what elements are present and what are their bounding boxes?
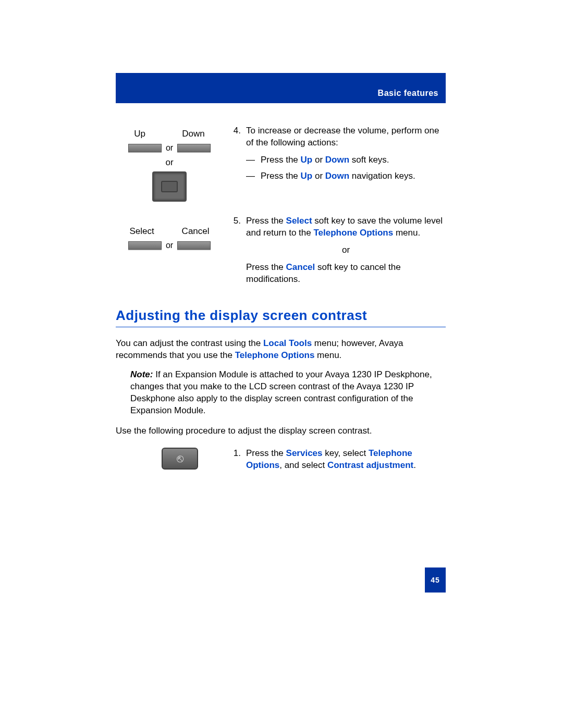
note-block: Note: If an Expansion Module is attached… <box>130 369 446 417</box>
nav-pad-wrap <box>116 171 223 202</box>
services-key-col: ⎋ <box>116 448 223 470</box>
softkey-icon <box>177 241 211 250</box>
step-4-graphic-col: Up Down or or <box>116 125 223 202</box>
step-5: Select Cancel or 5. Press the Select sof… <box>116 215 446 286</box>
softkey-icon <box>177 144 211 152</box>
select-label: Select <box>129 226 154 238</box>
procedure-intro: Use the following procedure to adjust th… <box>116 425 446 437</box>
step-5-text-col: 5. Press the Select soft key to save the… <box>223 215 446 286</box>
bullet-text: Press the Up or Down navigation keys. <box>261 170 415 182</box>
proc-step-1: ⎋ 1. Press the Services key, select Tele… <box>116 448 446 472</box>
header-section-label: Basic features <box>378 88 438 99</box>
intro-paragraph: You can adjust the contrast using the Lo… <box>116 338 446 362</box>
proc-step-1-text: 1. Press the Services key, select Teleph… <box>223 448 446 472</box>
header-bar: Basic features <box>116 73 446 103</box>
or-label: or <box>166 142 173 154</box>
step-5-graphic-col: Select Cancel or <box>116 215 223 251</box>
services-key-icon: ⎋ <box>162 448 198 470</box>
softkeys-upper: or <box>116 142 223 154</box>
globe-icon: ⎋ <box>177 451 183 466</box>
step-5-p2: Press the Cancel soft key to cancel the … <box>246 262 446 286</box>
emphasis: Services <box>286 448 323 458</box>
dash-item: — Press the Up or Down navigation keys. <box>246 170 446 182</box>
page-number: 45 <box>425 567 446 593</box>
navigation-pad-icon <box>152 171 187 202</box>
emphasis: Up <box>301 155 313 165</box>
dash-item: — Press the Up or Down soft keys. <box>246 154 446 166</box>
emphasis: Up <box>301 171 313 181</box>
step-4: Up Down or or 4. <box>116 125 446 202</box>
emphasis: Local Tools <box>263 338 312 348</box>
step-number: 5. <box>227 215 246 286</box>
softkey-icon <box>128 144 162 152</box>
emphasis: Down <box>325 155 349 165</box>
softkey-icon <box>128 241 162 250</box>
document-page: Basic features Up Down or or <box>0 0 563 728</box>
emphasis: Down <box>325 171 349 181</box>
note-label: Note: <box>130 369 153 379</box>
softkeys-lower: or <box>116 240 223 251</box>
up-label: Up <box>134 128 145 140</box>
bullet-text: Press the Up or Down soft keys. <box>261 154 389 166</box>
emphasis: Select <box>286 216 312 226</box>
step-number: 1. <box>227 448 246 472</box>
dash-icon: — <box>246 170 261 182</box>
emphasis: Telephone Options <box>313 228 393 238</box>
content-area: Up Down or or 4. <box>116 125 446 485</box>
step-number: 4. <box>227 125 246 187</box>
or-label: or <box>166 240 173 251</box>
emphasis: Contrast adjustment <box>327 460 413 470</box>
down-label: Down <box>182 128 204 140</box>
or-label: or <box>116 157 223 169</box>
cancel-label: Cancel <box>182 226 210 238</box>
step-4-text-col: 4. To increase or decrease the volume, p… <box>223 125 446 187</box>
navigation-pad-center-icon <box>161 181 178 192</box>
softkey-labels-row: Select Cancel <box>116 226 223 238</box>
section-heading: Adjusting the display screen contrast <box>116 306 446 327</box>
step-5-p1: Press the Select soft key to save the vo… <box>246 215 446 239</box>
or-label: or <box>246 244 446 256</box>
dash-icon: — <box>246 154 261 166</box>
emphasis: Cancel <box>286 262 315 272</box>
note-body: If an Expansion Module is attached to yo… <box>130 369 432 415</box>
step-4-lead: To increase or decrease the volume, perf… <box>246 125 446 149</box>
dash-list: — Press the Up or Down soft keys. — Pres… <box>246 154 446 182</box>
emphasis: Telephone Options <box>235 350 315 360</box>
softkey-labels-row: Up Down <box>116 128 223 140</box>
